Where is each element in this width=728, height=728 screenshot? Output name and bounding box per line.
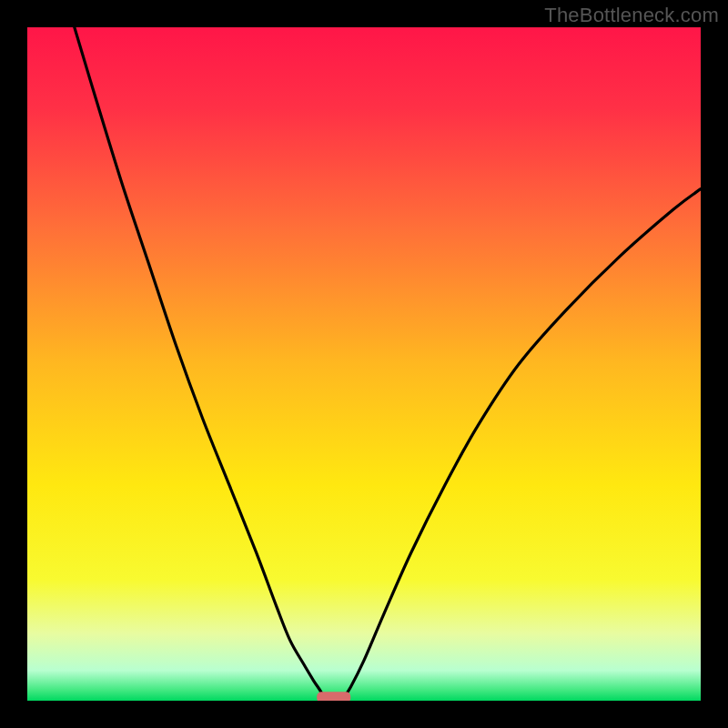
plot-background: [27, 27, 701, 701]
bottleneck-plot: [27, 27, 701, 701]
min-marker: [317, 692, 350, 701]
chart-frame: TheBottleneck.com: [0, 0, 728, 728]
watermark-text: TheBottleneck.com: [544, 4, 719, 27]
